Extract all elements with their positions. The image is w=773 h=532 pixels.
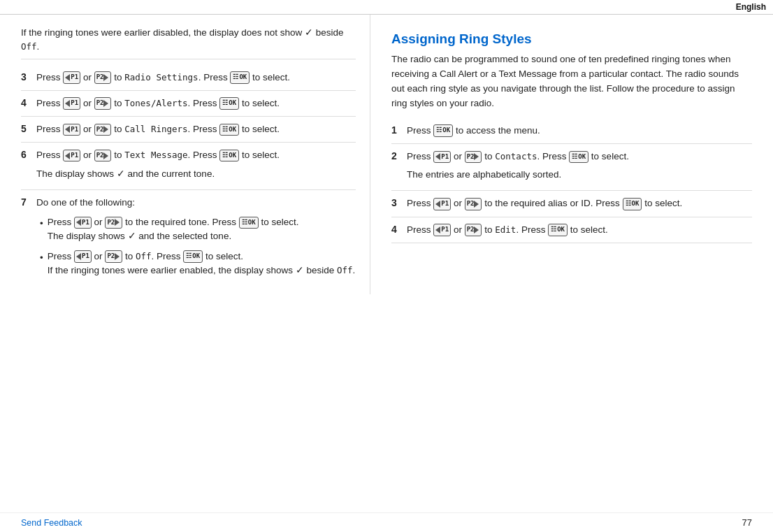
p1-button: P1	[63, 150, 80, 162]
p2-button: P2	[465, 151, 482, 164]
p2-button: P2	[94, 71, 112, 84]
ok-button: ☷OK	[433, 124, 453, 137]
p1-button: P1	[433, 198, 451, 210]
step-5: 5 Press P1 or P2 to Call Ringers. Press …	[21, 117, 356, 143]
p1-button: P1	[74, 217, 92, 229]
step-3: 3 Press P1 or P2 to Radio Settings. Pres…	[21, 65, 356, 91]
p1-button: P1	[63, 124, 80, 136]
right-column: Assigning Ring Styles The radio can be p…	[370, 15, 773, 294]
ok-button: ☷OK	[548, 224, 568, 236]
ok-button: ☷OK	[219, 97, 239, 110]
ok-button: ☷OK	[569, 151, 588, 164]
step-7: 7 Do one of the following: • Press P1 or…	[21, 190, 356, 287]
list-item: • Press P1 or P2 to Off. Press ☷OK to se…	[40, 250, 356, 278]
step-6: 6 Press P1 or P2 to Text Message. Press …	[21, 143, 356, 190]
right-step-1: 1 Press ☷OK to access the menu.	[391, 118, 752, 144]
step-4: 4 Press P1 or P2 to Tones/Alerts. Press …	[21, 91, 356, 117]
p1-button: P1	[63, 97, 80, 110]
send-feedback-link[interactable]: Send Feedback	[21, 518, 82, 528]
section-title: Assigning Ring Styles	[391, 31, 752, 47]
ok-button: ☷OK	[183, 250, 203, 263]
p2-button: P2	[94, 124, 112, 136]
intro-note: If the ringing tones were earlier disabl…	[21, 22, 356, 59]
page-number: 77	[742, 517, 752, 528]
ok-button: ☷OK	[219, 150, 239, 162]
p1-button: P1	[63, 71, 80, 84]
left-column: If the ringing tones were earlier disabl…	[0, 15, 370, 294]
p2-button: P2	[94, 150, 112, 162]
right-step-4: 4 Press P1 or P2 to Edit. Press ☷OK to s…	[391, 217, 752, 243]
ok-button: ☷OK	[219, 124, 239, 136]
right-step-2: 2 Press P1 or P2 to Contacts. Press ☷OK …	[391, 144, 752, 192]
list-item: • Press P1 or P2 to the required tone. P…	[40, 215, 356, 244]
p2-button: P2	[465, 224, 482, 236]
language-label: English	[736, 2, 766, 12]
top-bar: English	[0, 0, 773, 15]
footer: Send Feedback 77	[0, 512, 773, 532]
ok-button: ☷OK	[623, 198, 642, 210]
p2-button: P2	[105, 250, 122, 263]
p1-button: P1	[433, 224, 451, 236]
section-desc: The radio can be programmed to sound one…	[391, 52, 752, 111]
p1-button: P1	[74, 250, 92, 263]
p1-button: P1	[433, 151, 451, 164]
ok-button: ☷OK	[230, 71, 250, 84]
p2-button: P2	[105, 217, 122, 229]
right-step-3: 3 Press P1 or P2 to the required alias o…	[391, 191, 752, 217]
ok-button: ☷OK	[239, 217, 259, 229]
p2-button: P2	[94, 97, 112, 110]
p2-button: P2	[465, 198, 482, 210]
